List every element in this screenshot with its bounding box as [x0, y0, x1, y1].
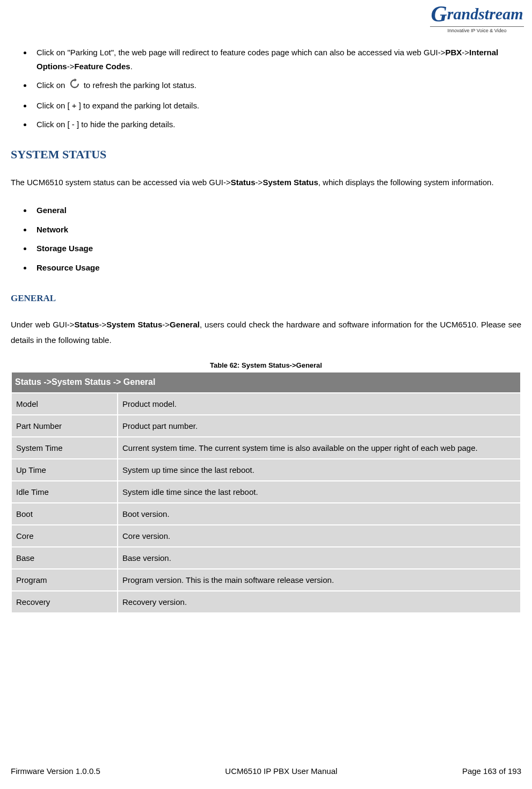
row-label: Base: [12, 547, 117, 568]
row-desc: Current system time. The current system …: [118, 437, 520, 458]
text: Under web GUI->: [11, 320, 75, 329]
row-desc: Product part number.: [118, 415, 520, 436]
row-label: Idle Time: [12, 481, 117, 502]
row-label: Recovery: [12, 591, 117, 612]
refresh-icon: [69, 78, 80, 93]
footer-right: Page 163 of 193: [462, 766, 521, 776]
row-label: System Time: [12, 437, 117, 458]
row-label: Core: [12, 525, 117, 546]
page-content: Click on "Parking Lot", the web page wil…: [11, 11, 521, 613]
general-status-table: Status ->System Status -> General Model …: [11, 371, 521, 613]
path-segment: Status: [231, 178, 256, 187]
text: The UCM6510 system status can be accesse…: [11, 178, 231, 187]
text: .: [130, 62, 133, 71]
row-desc: Boot version.: [118, 503, 520, 524]
table-header: Status ->System Status -> General: [12, 372, 520, 392]
row-desc: System idle time since the last reboot.: [118, 481, 520, 502]
list-item: Click on to refresh the parking lot stat…: [32, 78, 521, 93]
table-caption: Table 62: System Status->General: [11, 361, 521, 369]
row-desc: Core version.: [118, 525, 520, 546]
row-label: Model: [12, 393, 117, 414]
instruction-list-1: Click on "Parking Lot", the web page wil…: [11, 46, 521, 132]
table-row: Boot Boot version.: [12, 503, 520, 524]
list-item: Storage Usage: [32, 242, 521, 255]
text: , users could check the hardware and sof…: [200, 320, 369, 329]
row-label: Boot: [12, 503, 117, 524]
row-label: Part Number: [12, 415, 117, 436]
label: General: [37, 206, 67, 215]
sep: ->: [462, 48, 469, 57]
table-row: Base Base version.: [12, 547, 520, 568]
row-desc: Product model.: [118, 393, 520, 414]
list-item: Network: [32, 223, 521, 237]
table-row: Model Product model.: [12, 393, 520, 414]
subsection-heading: GENERAL: [11, 293, 521, 304]
path-segment: Feature Codes: [74, 62, 130, 71]
list-item: Click on "Parking Lot", the web page wil…: [32, 46, 521, 73]
label: Storage Usage: [37, 244, 93, 253]
table-row: Part Number Product part number.: [12, 415, 520, 436]
table-row: Program Program version. This is the mai…: [12, 569, 520, 590]
table-row: System Time Current system time. The cur…: [12, 437, 520, 458]
logo-tagline: Innovative IP Voice & Video: [430, 26, 524, 33]
path-segment: System Status: [263, 178, 318, 187]
section-heading: SYSTEM STATUS: [11, 148, 521, 162]
label: Network: [37, 225, 68, 234]
row-desc: Base version.: [118, 547, 520, 568]
table-row: Recovery Recovery version.: [12, 591, 520, 612]
row-desc: Recovery version.: [118, 591, 520, 612]
row-label: Program: [12, 569, 117, 590]
table-header-row: Status ->System Status -> General: [12, 372, 520, 392]
table-row: Idle Time System idle time since the las…: [12, 481, 520, 502]
subsection-intro: Under web GUI->Status->System Status->Ge…: [11, 317, 521, 348]
path-segment: PBX: [445, 48, 462, 57]
row-desc: System up time since the last reboot.: [118, 459, 520, 480]
path-segment: Status: [75, 320, 99, 329]
path-segment: General: [170, 320, 200, 329]
page-footer: Firmware Version 1.0.0.5 UCM6510 IP PBX …: [11, 766, 521, 776]
row-label: Up Time: [12, 459, 117, 480]
text: Click on "Parking Lot", the web page wil…: [37, 48, 445, 57]
svg-marker-0: [75, 78, 77, 82]
footer-left: Firmware Version 1.0.0.5: [11, 766, 100, 776]
row-desc: Program version. This is the main softwa…: [118, 569, 520, 590]
path-segment: System Status: [106, 320, 162, 329]
sep: ->: [162, 320, 170, 329]
text: , which displays the following system in…: [318, 178, 494, 187]
list-item: General: [32, 203, 521, 217]
info-category-list: General Network Storage Usage Resource U…: [11, 203, 521, 274]
sep: ->: [67, 62, 75, 71]
footer-center: UCM6510 IP PBX User Manual: [225, 766, 337, 776]
list-item: Click on [ - ] to hide the parking detai…: [32, 118, 521, 132]
table-row: Core Core version.: [12, 525, 520, 546]
text: Click on: [37, 81, 68, 90]
logo-text: Grandstream: [430, 3, 524, 25]
list-item: Click on [ + ] to expand the parking lot…: [32, 99, 521, 113]
sep: ->: [99, 320, 106, 329]
table-row: Up Time System up time since the last re…: [12, 459, 520, 480]
text: to refresh the parking lot status.: [84, 81, 196, 90]
label: Resource Usage: [37, 263, 100, 272]
sep: ->: [256, 178, 263, 187]
section-intro: The UCM6510 system status can be accesse…: [11, 175, 521, 191]
brand-logo: Grandstream Innovative IP Voice & Video: [430, 3, 524, 35]
list-item: Resource Usage: [32, 261, 521, 275]
